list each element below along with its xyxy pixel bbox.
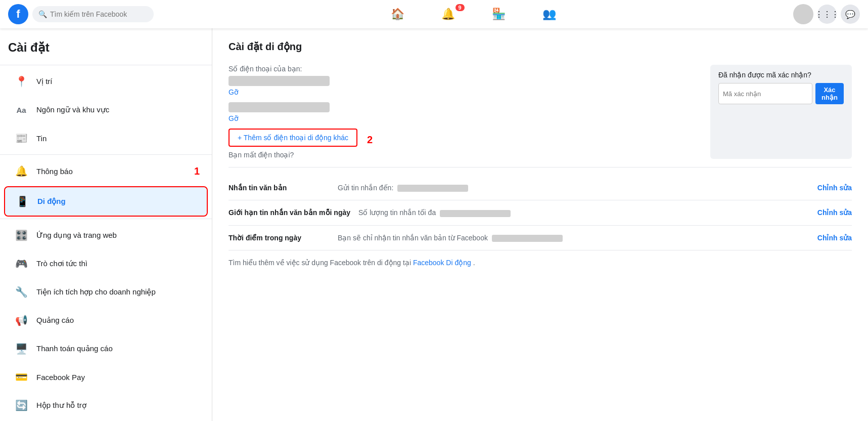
sms-row: Nhắn tin văn bản Gửi tin nhắn đến: Chỉnh… bbox=[229, 176, 852, 200]
sidebar-item-label-language: Ngôn ngữ và khu vực bbox=[36, 105, 109, 114]
sidebar-item-label-business: Tiện ích tích hợp cho doanh nghiệp bbox=[36, 287, 156, 297]
sidebar-item-label-notifications: Thông báo bbox=[36, 167, 73, 176]
sidebar-item-notifications[interactable]: 🔔 Thông báo 1 bbox=[4, 157, 208, 185]
time-row-value: Bạn sẽ chỉ nhận tin nhắn văn bản từ Face… bbox=[338, 234, 809, 242]
location-icon: 📍 bbox=[12, 72, 30, 91]
time-row-label: Thời điểm trong ngày bbox=[229, 234, 330, 242]
sidebar-item-business[interactable]: 🔧 Tiện ích tích hợp cho doanh nghiệp bbox=[4, 278, 208, 306]
fb-pay-icon: 💳 bbox=[12, 368, 30, 386]
sidebar-divider-3 bbox=[0, 219, 212, 219]
sidebar-item-label-mobile: Di động bbox=[37, 197, 66, 206]
apps-icon: 🎛️ bbox=[12, 226, 30, 244]
support-icon: 🔄 bbox=[12, 396, 30, 414]
nav-left: f 🔍 bbox=[8, 4, 154, 24]
sidebar-item-apps[interactable]: 🎛️ Ứng dụng và trang web bbox=[4, 221, 208, 249]
sidebar-item-news[interactable]: 📰 Tin bbox=[4, 124, 208, 152]
avatar[interactable] bbox=[793, 4, 813, 24]
sidebar-item-support[interactable]: 🔄 Hộp thư hỗ trợ bbox=[4, 391, 208, 419]
time-value-blurred bbox=[492, 235, 563, 242]
messenger-button[interactable]: 💬 bbox=[841, 5, 860, 24]
sidebar-item-label-support: Hộp thư hỗ trợ bbox=[36, 401, 86, 410]
phone-section: Số điện thoại của bạn: Gỡ Gỡ + Thêm số đ… bbox=[229, 65, 852, 159]
sidebar-title: Cài đặt bbox=[0, 36, 212, 63]
sidebar-divider-2 bbox=[0, 154, 212, 155]
nav-center: 🏠 🔔 9 🏪 👥 bbox=[154, 2, 793, 26]
nav-notifications-button[interactable]: 🔔 9 bbox=[423, 2, 474, 26]
phone-number-1-blurred bbox=[229, 76, 330, 86]
sms-row-edit-button[interactable]: Chỉnh sửa bbox=[817, 184, 852, 192]
notification-badge: 9 bbox=[455, 4, 465, 11]
grid-icon: ⋮⋮⋮ bbox=[815, 10, 839, 19]
time-row-edit-button[interactable]: Chỉnh sửa bbox=[817, 234, 852, 242]
sidebar-item-location[interactable]: 📍 Vị trí bbox=[4, 67, 208, 96]
notifications-icon: 🔔 bbox=[12, 162, 30, 180]
messenger-icon: 💬 bbox=[845, 10, 855, 19]
confirm-code-input[interactable] bbox=[718, 83, 812, 104]
phone-go-1-link[interactable]: Gỡ bbox=[229, 88, 694, 96]
groups-icon: 👥 bbox=[542, 8, 556, 21]
main-content: Cài đặt di động Số điện thoại của bạn: G… bbox=[212, 28, 868, 421]
sidebar-item-label-ads: Quảng cáo bbox=[36, 316, 74, 325]
language-icon: Aa bbox=[12, 101, 30, 119]
marketplace-icon: 🏪 bbox=[492, 8, 506, 21]
business-icon: 🔧 bbox=[12, 283, 30, 301]
section-divider-1 bbox=[229, 167, 852, 167]
sidebar-item-mobile[interactable]: 📱 Di động bbox=[5, 187, 207, 216]
sms-row-value: Gửi tin nhắn đến: bbox=[338, 184, 809, 192]
lost-phone-link[interactable]: Bạn mất điện thoại? bbox=[229, 151, 694, 159]
sidebar-item-fb-pay[interactable]: 💳 Facebook Pay bbox=[4, 363, 208, 391]
news-icon: 📰 bbox=[12, 129, 30, 147]
sidebar: Cài đặt 📍 Vị trí Aa Ngôn ngữ và khu vực … bbox=[0, 28, 212, 421]
ads-icon: 📢 bbox=[12, 311, 30, 329]
sidebar-item-label-news: Tin bbox=[36, 134, 47, 143]
sidebar-item-label-fb-pay: Facebook Pay bbox=[36, 373, 85, 382]
annotation-number-2: 2 bbox=[367, 134, 373, 146]
sidebar-item-ad-payment[interactable]: 🖥️ Thanh toán quảng cáo bbox=[4, 334, 208, 363]
time-row: Thời điểm trong ngày Bạn sẽ chỉ nhận tin… bbox=[229, 226, 852, 250]
sidebar-item-label-location: Vị trí bbox=[36, 77, 53, 86]
confirm-box-row: Xác nhận bbox=[718, 83, 844, 104]
nav-marketplace-button[interactable]: 🏪 bbox=[474, 2, 524, 26]
facebook-logo[interactable]: f bbox=[8, 4, 28, 24]
games-icon: 🎮 bbox=[12, 255, 30, 273]
annotation-number-1: 1 bbox=[194, 165, 200, 177]
nav-home-button[interactable]: 🏠 bbox=[373, 2, 423, 26]
nav-right: ⋮⋮⋮ 💬 bbox=[793, 4, 860, 24]
mobile-item-wrapper: 📱 Di động bbox=[4, 186, 208, 217]
sms-row-label: Nhắn tin văn bản bbox=[229, 184, 330, 192]
sidebar-item-label-ad-payment: Thanh toán quảng cáo bbox=[36, 344, 113, 353]
sidebar-item-label-games: Trò chơi tức thì bbox=[36, 259, 87, 268]
search-icon: 🔍 bbox=[38, 10, 47, 18]
main-layout: Cài đặt 📍 Vị trí Aa Ngôn ngữ và khu vực … bbox=[0, 28, 868, 421]
home-icon: 🏠 bbox=[391, 8, 404, 21]
confirm-code-box: Đã nhận được mã xác nhận? Xác nhận bbox=[710, 65, 852, 159]
footer-link[interactable]: Facebook Di động bbox=[413, 259, 471, 267]
limit-row: Giới hạn tin nhắn văn bản mỗi ngày Số lư… bbox=[229, 200, 852, 225]
confirm-button[interactable]: Xác nhận bbox=[815, 83, 844, 104]
footer-note: Tìm hiểu thêm về việc sử dụng Facebook t… bbox=[229, 259, 852, 267]
sidebar-item-language[interactable]: Aa Ngôn ngữ và khu vực bbox=[4, 96, 208, 124]
search-input[interactable] bbox=[50, 10, 148, 18]
sidebar-item-games[interactable]: 🎮 Trò chơi tức thì bbox=[4, 249, 208, 278]
grid-menu-button[interactable]: ⋮⋮⋮ bbox=[817, 5, 837, 24]
limit-row-edit-button[interactable]: Chỉnh sửa bbox=[817, 208, 852, 217]
phone-section-label: Số điện thoại của bạn: bbox=[229, 65, 694, 73]
mobile-icon: 📱 bbox=[13, 192, 31, 210]
bell-icon: 🔔 bbox=[441, 8, 455, 21]
limit-row-label: Giới hạn tin nhắn văn bản mỗi ngày bbox=[229, 208, 350, 217]
sidebar-item-ads[interactable]: 📢 Quảng cáo bbox=[4, 306, 208, 334]
sidebar-divider-1 bbox=[0, 65, 212, 65]
footer-text-after: . bbox=[473, 259, 475, 267]
sms-number-blurred bbox=[397, 185, 468, 192]
search-box[interactable]: 🔍 bbox=[32, 6, 154, 22]
phone-left: Số điện thoại của bạn: Gỡ Gỡ + Thêm số đ… bbox=[229, 65, 694, 159]
page-title: Cài đặt di động bbox=[229, 40, 852, 53]
phone-go-2-link[interactable]: Gỡ bbox=[229, 114, 694, 122]
phone-number-2-blurred bbox=[229, 102, 330, 112]
add-phone-button[interactable]: + Thêm số điện thoại di động khác bbox=[229, 129, 357, 147]
nav-groups-button[interactable]: 👥 bbox=[524, 2, 575, 26]
sidebar-item-label-apps: Ứng dụng và trang web bbox=[36, 231, 117, 240]
footer-text-before: Tìm hiểu thêm về việc sử dụng Facebook t… bbox=[229, 259, 413, 267]
add-phone-wrapper: + Thêm số điện thoại di động khác 2 bbox=[229, 129, 357, 151]
top-navigation: f 🔍 🏠 🔔 9 🏪 👥 ⋮⋮⋮ 💬 bbox=[0, 0, 868, 28]
